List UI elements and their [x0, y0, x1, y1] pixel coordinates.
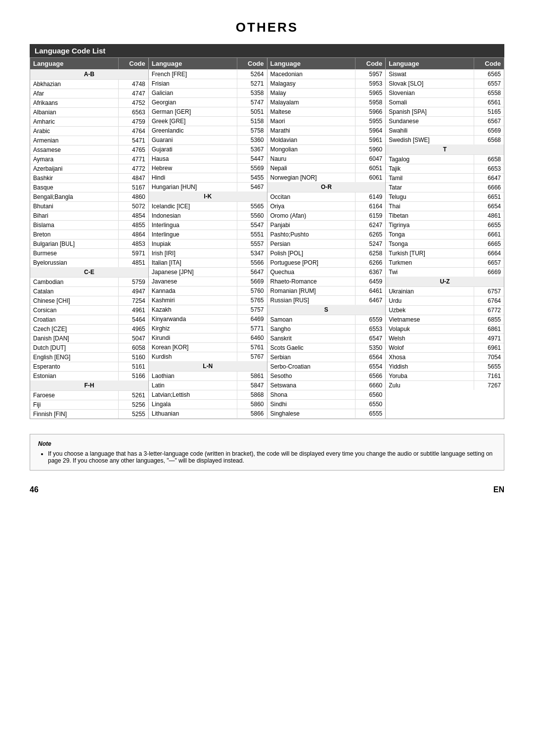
lang-row: Italian [ITA]5566	[149, 258, 267, 267]
lang-code: 4764	[119, 127, 148, 136]
lang-code: 6564	[356, 353, 385, 362]
lang-name: Yoruba	[386, 372, 474, 380]
lang-name: Hebrew	[149, 164, 237, 173]
lang-row: Occitan6149	[267, 192, 386, 201]
lang-name: Swahili	[386, 126, 474, 135]
lang-code: 6757	[474, 287, 504, 296]
lang-name: Swedish [SWE]	[386, 136, 474, 144]
lang-name: Latin	[149, 381, 237, 390]
lang-row: Faroese5261	[30, 390, 148, 400]
lang-row: Lingala5860	[149, 399, 267, 409]
lang-row: Latin5847	[149, 380, 267, 390]
lang-code: 5868	[237, 390, 267, 399]
lang-name: Sundanese	[386, 117, 474, 126]
lang-code: 4853	[119, 239, 148, 248]
lang-name: Urdu	[386, 296, 474, 305]
lang-row: Armenian5471	[30, 136, 148, 145]
lang-code: 5547	[237, 221, 267, 230]
lang-name: Danish [DAN]	[30, 334, 119, 343]
lang-code: 6651	[474, 192, 504, 201]
lang-name: Italian [ITA]	[149, 258, 237, 267]
lang-row: Hungarian [HUN]5467	[149, 182, 267, 191]
lang-code: 6660	[356, 381, 385, 390]
lang-code: 5565	[237, 202, 267, 211]
lang-code: 7054	[474, 353, 504, 362]
lang-code: 6559	[356, 315, 385, 324]
lang-name: Basque	[30, 183, 119, 192]
lang-name: Lithuanian	[149, 409, 237, 418]
lang-row: Somali6561	[386, 97, 504, 107]
lang-name: English [ENG]	[30, 353, 119, 362]
lang-name: German [GER]	[149, 107, 237, 116]
lang-code: 6657	[474, 258, 504, 267]
section-header-0-1: C-E	[30, 267, 148, 277]
lang-name: Bengali;Bangla	[30, 192, 119, 201]
lang-code: 5861	[237, 372, 267, 380]
lang-name: Interlingua	[149, 221, 237, 230]
lang-name: Singhalese	[267, 409, 356, 418]
lang-row: Interlingue5551	[149, 230, 267, 239]
lang-row: Javanese5669	[149, 277, 267, 286]
lang-code: 6647	[474, 174, 504, 183]
lang-name: Kinyarwanda	[149, 315, 237, 324]
lang-name: Bulgarian [BUL]	[30, 239, 119, 248]
lang-code: 5467	[237, 183, 267, 191]
lang-row: Singhalese6555	[267, 409, 386, 418]
lang-row: Lithuanian5866	[149, 409, 267, 418]
lang-row: Uzbek6772	[386, 305, 504, 315]
lang-name: Nepali	[267, 164, 356, 173]
lang-code: 6550	[356, 400, 385, 409]
lang-row: Kazakh5757	[149, 305, 267, 314]
lang-name: Twi	[386, 268, 474, 277]
lang-name: Corsican	[30, 306, 119, 315]
lang-name: Latvian;Lettish	[149, 390, 237, 399]
lang-code: 6367	[356, 268, 385, 277]
lang-row: Laothian5861	[149, 371, 267, 380]
column-2: LanguageCodeMacedonian5957Malagasy5953Ma…	[267, 58, 386, 419]
lang-name: Icelandic [ICE]	[149, 202, 237, 211]
lang-code: 4947	[119, 287, 148, 296]
lang-row: Arabic4764	[30, 126, 148, 136]
lang-name: Abkhazian	[30, 80, 119, 89]
lang-row: Sindhi6550	[267, 399, 386, 409]
lang-code: 4971	[474, 334, 504, 343]
lang-code: 4752	[119, 98, 148, 107]
lang-name: Nauru	[267, 154, 356, 163]
lang-row: Esperanto5161	[30, 362, 148, 371]
lang-row: Norwegian [NOR]6061	[267, 173, 386, 182]
lang-name: Telugu	[386, 192, 474, 201]
lang-row: Afrikaans4752	[30, 98, 148, 107]
lang-row: Inupiak5557	[149, 239, 267, 248]
lang-code: 6058	[119, 343, 148, 352]
lang-name: Interlingue	[149, 230, 237, 239]
lang-name: Tonga	[386, 230, 474, 239]
lang-row: French [FRE]5264	[149, 69, 267, 79]
lang-name: Malagasy	[267, 79, 356, 88]
lang-row: Korean [KOR]5761	[149, 342, 267, 352]
lang-name: Macedonian	[267, 70, 356, 79]
lang-code: 5271	[237, 79, 267, 88]
lang-code: 6555	[356, 409, 385, 418]
lang-name: Chinese [CHI]	[30, 296, 119, 305]
lang-row: Twi6669	[386, 267, 504, 277]
lang-name: Sangho	[267, 325, 356, 333]
lang-name: Ukrainian	[386, 287, 474, 296]
lang-row: Bihari4854	[30, 211, 148, 220]
lang-code: 6655	[474, 221, 504, 230]
lang-row: Persian5247	[267, 239, 386, 248]
lang-code: 5747	[237, 98, 267, 107]
lang-name: Marathi	[267, 126, 356, 135]
lang-name: Kashmiri	[149, 296, 237, 305]
lang-code: 5965	[356, 89, 385, 97]
lang-name: Quechua	[267, 268, 356, 277]
lang-code: 6149	[356, 192, 385, 201]
lang-row: Tibetan4861	[386, 211, 504, 220]
lang-name: Bislama	[30, 221, 119, 230]
lang-code: 6164	[356, 202, 385, 211]
lang-code: 6561	[474, 98, 504, 107]
lang-name: Hungarian [HUN]	[149, 183, 237, 191]
lang-name: Byelorussian	[30, 258, 119, 267]
lang-name: Norwegian [NOR]	[267, 173, 356, 182]
lang-code: 5047	[119, 334, 148, 343]
page-number: 46	[30, 485, 39, 494]
